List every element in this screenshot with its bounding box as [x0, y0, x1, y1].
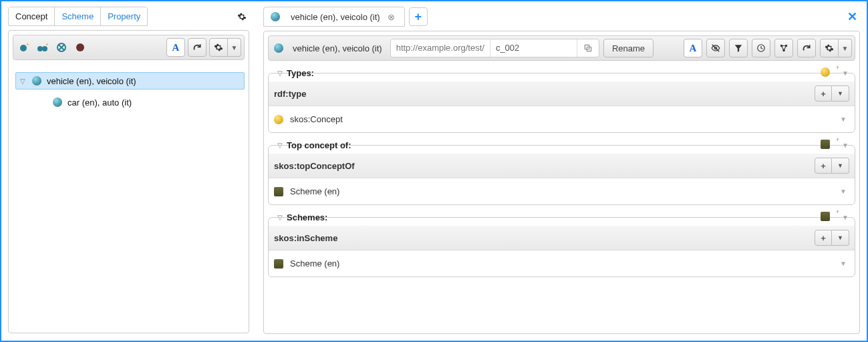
add-type-button[interactable]: +	[821, 67, 837, 79]
resource-tab[interactable]: vehicle (en), veicolo (it) ⊗	[263, 7, 405, 27]
left-panel-settings-button[interactable]	[235, 9, 249, 24]
value-row[interactable]: Scheme (en) ▼	[269, 178, 855, 204]
eye-off-icon	[710, 43, 721, 53]
value-menu-button[interactable]: ▼	[832, 230, 849, 246]
section-collapse-topconcept[interactable]: ▽	[277, 142, 283, 149]
expander-icon[interactable]: ▽	[20, 77, 29, 85]
history-button[interactable]	[752, 39, 770, 57]
concept-tree: ▽ vehicle (en), veicolo (it) car (en), a…	[13, 72, 245, 111]
tree-node-label: vehicle (en), veicolo (it)	[47, 76, 136, 86]
value-row-menu[interactable]: ▼	[837, 257, 849, 270]
value-row[interactable]: skos:Concept ▼	[269, 106, 855, 132]
section-menu-topconcept[interactable]: ▼	[839, 140, 851, 150]
svg-text:+: +	[45, 42, 49, 47]
class-icon	[821, 67, 830, 77]
tab-concept[interactable]: Concept	[9, 7, 55, 25]
section-menu-schemes[interactable]: ▼	[839, 212, 851, 222]
add-scheme-button[interactable]: +	[821, 140, 837, 151]
close-panel-button[interactable]: ✕	[844, 9, 860, 25]
value-menu-button[interactable]: ▼	[832, 158, 849, 174]
deprecated-toggle-button[interactable]	[72, 38, 88, 57]
concept-icon	[32, 76, 41, 86]
svg-marker-13	[735, 45, 742, 52]
refresh-icon	[192, 43, 202, 52]
plus-icon: +	[821, 233, 826, 243]
concept-icon	[271, 12, 280, 21]
tree-node-car[interactable]: car (en), auto (it)	[37, 94, 245, 111]
filter-icon	[734, 43, 743, 53]
value-label: Scheme (en)	[290, 259, 339, 269]
copy-uri-button[interactable]	[577, 43, 599, 53]
section-title-topconcept: Top concept of:	[287, 140, 351, 150]
filter-button[interactable]	[729, 39, 748, 57]
refresh-tree-button[interactable]	[188, 38, 206, 57]
rendering-toggle-button[interactable]: A	[166, 38, 185, 57]
concept-icon	[274, 43, 283, 53]
scheme-icon	[821, 212, 830, 221]
clock-icon	[756, 43, 766, 53]
plus-icon: +	[414, 10, 422, 24]
class-icon	[274, 115, 283, 124]
tree-node-vehicle[interactable]: ▽ vehicle (en), veicolo (it)	[15, 72, 245, 90]
left-toolbar: + + A	[13, 35, 245, 60]
resource-title: vehicle (en), veicolo (it)	[293, 43, 382, 53]
plus-icon: +	[821, 89, 826, 99]
gear-icon	[825, 43, 834, 53]
add-tab-button[interactable]: +	[409, 7, 428, 26]
chevron-down-icon: ▼	[837, 90, 843, 97]
add-scheme-button[interactable]: +	[821, 212, 837, 223]
chevron-down-icon: ▼	[837, 162, 843, 169]
uri-local: c_002	[490, 39, 577, 57]
tab-scheme[interactable]: Scheme	[55, 7, 101, 25]
value-row[interactable]: Scheme (en) ▼	[269, 250, 855, 277]
sibling-add-icon: +	[37, 42, 49, 53]
uri-base: http://example.org/test/	[391, 39, 490, 57]
gear-icon	[237, 12, 247, 21]
resource-toolbar: vehicle (en), veicolo (it) http://exampl…	[268, 35, 855, 61]
property-name: skos:topConceptOf	[274, 161, 355, 171]
section-collapse-types[interactable]: ▽	[277, 69, 283, 77]
concept-icon	[53, 98, 62, 107]
res-refresh-button[interactable]	[797, 39, 816, 57]
create-sibling-button[interactable]: +	[35, 38, 51, 57]
res-settings-button[interactable]	[820, 39, 839, 57]
svg-point-8	[76, 43, 84, 51]
rename-button[interactable]: Rename	[603, 39, 654, 57]
delete-icon	[56, 42, 67, 53]
graph-button[interactable]	[774, 39, 793, 57]
value-row-menu[interactable]: ▼	[837, 185, 849, 198]
scheme-icon	[821, 140, 830, 149]
close-tab-button[interactable]: ⊗	[386, 11, 398, 23]
plus-icon: +	[821, 161, 826, 171]
create-concept-button[interactable]: +	[16, 38, 32, 57]
property-name: rdf:type	[274, 89, 306, 99]
add-value-button[interactable]: +	[815, 158, 832, 174]
svg-text:+: +	[26, 42, 29, 47]
resource-tab-label: vehicle (en), veicolo (it)	[291, 12, 380, 22]
tree-settings-dropdown[interactable]: ▼	[228, 38, 241, 57]
section-title-schemes: Schemes:	[287, 212, 327, 222]
res-settings-dropdown[interactable]: ▼	[839, 39, 852, 57]
value-label: Scheme (en)	[290, 186, 339, 196]
tab-property[interactable]: Property	[101, 7, 147, 25]
delete-concept-button[interactable]	[53, 38, 69, 57]
gear-icon	[214, 43, 223, 52]
section-collapse-schemes[interactable]: ▽	[277, 214, 283, 221]
scheme-icon	[274, 187, 283, 196]
svg-point-2	[37, 46, 43, 51]
hide-inferred-button[interactable]	[706, 39, 725, 57]
value-menu-button[interactable]: ▼	[832, 86, 849, 102]
section-title-types: Types:	[287, 68, 314, 78]
tree-node-label: car (en), auto (it)	[67, 98, 132, 108]
add-value-button[interactable]: +	[815, 230, 832, 246]
tree-settings-button[interactable]	[209, 38, 228, 57]
section-menu-types[interactable]: ▼	[839, 68, 851, 78]
close-icon: ⊗	[388, 12, 395, 22]
close-icon: ✕	[847, 9, 857, 24]
add-value-button[interactable]: +	[815, 86, 832, 102]
property-name: skos:inScheme	[274, 233, 337, 243]
value-row-menu[interactable]: ▼	[837, 113, 849, 126]
value-label: skos:Concept	[290, 114, 343, 124]
res-rendering-toggle-button[interactable]: A	[684, 39, 702, 57]
left-tabs: Concept Scheme Property	[8, 7, 148, 26]
